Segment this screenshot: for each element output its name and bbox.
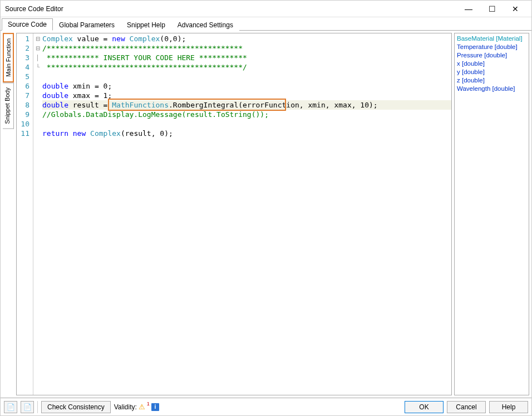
- help-button[interactable]: Help: [489, 401, 528, 413]
- line-number: 11: [17, 129, 33, 138]
- fold-marker[interactable]: ⊟: [33, 43, 42, 53]
- line-number: 5: [17, 72, 33, 81]
- divider: [37, 401, 38, 413]
- warning-icon: ⚠: [139, 403, 145, 411]
- symbol-item[interactable]: Wavelength [double]: [457, 85, 526, 93]
- document-arrow-icon: 📄: [7, 403, 15, 411]
- code-editor[interactable]: 1 2 3 4 5 6 7 8 9 10 11 ⊟ ⊟ │ └ Complex …: [16, 33, 452, 395]
- line-number: 6: [17, 81, 33, 91]
- info-icon[interactable]: i: [151, 403, 159, 411]
- window-title: Source Code Editor: [5, 5, 457, 13]
- symbol-item[interactable]: BaseMaterial [Material]: [457, 35, 526, 43]
- code-line[interactable]: [42, 119, 451, 129]
- line-number: 2: [17, 43, 33, 53]
- line-number: 7: [17, 91, 33, 100]
- ok-button[interactable]: OK: [405, 401, 444, 413]
- line-number: 1: [17, 34, 33, 43]
- window-buttons: — ☐ ✕: [457, 1, 527, 17]
- code-line[interactable]: double xmax = 1;: [42, 91, 451, 100]
- minimize-button[interactable]: —: [457, 1, 480, 17]
- code-line[interactable]: [42, 72, 451, 81]
- code-line[interactable]: ****************************************…: [42, 62, 451, 72]
- vtab-main-function[interactable]: Main Function: [3, 33, 14, 82]
- line-number: 4: [17, 62, 33, 72]
- symbol-item[interactable]: x [double]: [457, 60, 526, 68]
- code-line[interactable]: //Globals.DataDisplay.LogMessage(result.…: [42, 110, 451, 119]
- symbols-panel: BaseMaterial [Material] Temperature [dou…: [454, 33, 529, 395]
- vertical-tabs: Main Function Snippet Body: [3, 33, 14, 395]
- code-line[interactable]: ************ INSERT YOUR CODE HERE *****…: [42, 53, 451, 62]
- symbol-item[interactable]: y [double]: [457, 68, 526, 76]
- symbol-item[interactable]: z [double]: [457, 76, 526, 85]
- tab-global-parameters[interactable]: Global Parameters: [53, 19, 121, 31]
- symbol-item[interactable]: Pressure [double]: [457, 51, 526, 60]
- line-number: 10: [17, 119, 33, 129]
- work-area: Main Function Snippet Body 1 2 3 4 5 6 7…: [1, 31, 531, 398]
- close-button[interactable]: ✕: [504, 1, 527, 17]
- cancel-button[interactable]: Cancel: [447, 401, 486, 413]
- fold-column: ⊟ ⊟ │ └: [33, 33, 42, 395]
- titlebar: Source Code Editor — ☐ ✕: [1, 1, 531, 17]
- tab-source-code[interactable]: Source Code: [2, 18, 53, 31]
- tab-snippet-help[interactable]: Snippet Help: [121, 19, 171, 31]
- warning-count: 1: [147, 401, 150, 407]
- code-line[interactable]: Complex value = new Complex(0,0);: [42, 34, 451, 43]
- fold-guide: │: [33, 53, 42, 62]
- check-consistency-button[interactable]: Check Consistency: [41, 401, 111, 413]
- document-arrow-icon: 📄: [23, 403, 32, 411]
- symbol-item[interactable]: Temperature [double]: [457, 43, 526, 51]
- tab-advanced-settings[interactable]: Advanced Settings: [171, 19, 239, 31]
- fold-guide: └: [33, 62, 42, 72]
- code-area[interactable]: Complex value = new Complex(0,0); /*****…: [42, 33, 451, 395]
- top-tabs: Source Code Global Parameters Snippet He…: [1, 17, 531, 31]
- line-number: 9: [17, 110, 33, 119]
- validity-label: Validity:: [114, 403, 137, 411]
- vtab-snippet-body[interactable]: Snippet Body: [3, 82, 14, 129]
- code-line[interactable]: return new Complex(result, 0);: [42, 129, 451, 138]
- bottom-bar: 📄 📄 Check Consistency Validity: ⚠1 i OK …: [1, 398, 531, 415]
- code-line-highlighted[interactable]: double result = MathFunctions.RombergInt…: [42, 100, 451, 110]
- import-button[interactable]: 📄: [4, 401, 17, 413]
- line-number-gutter: 1 2 3 4 5 6 7 8 9 10 11: [17, 33, 33, 395]
- code-line[interactable]: /***************************************…: [42, 43, 451, 53]
- line-number: 8: [17, 100, 33, 110]
- validity-indicator: Validity: ⚠1 i: [114, 403, 159, 411]
- export-button[interactable]: 📄: [21, 401, 34, 413]
- fold-marker[interactable]: ⊟: [33, 34, 42, 43]
- line-number: 3: [17, 53, 33, 62]
- maximize-button[interactable]: ☐: [480, 1, 504, 17]
- code-line[interactable]: double xmin = 0;: [42, 81, 451, 91]
